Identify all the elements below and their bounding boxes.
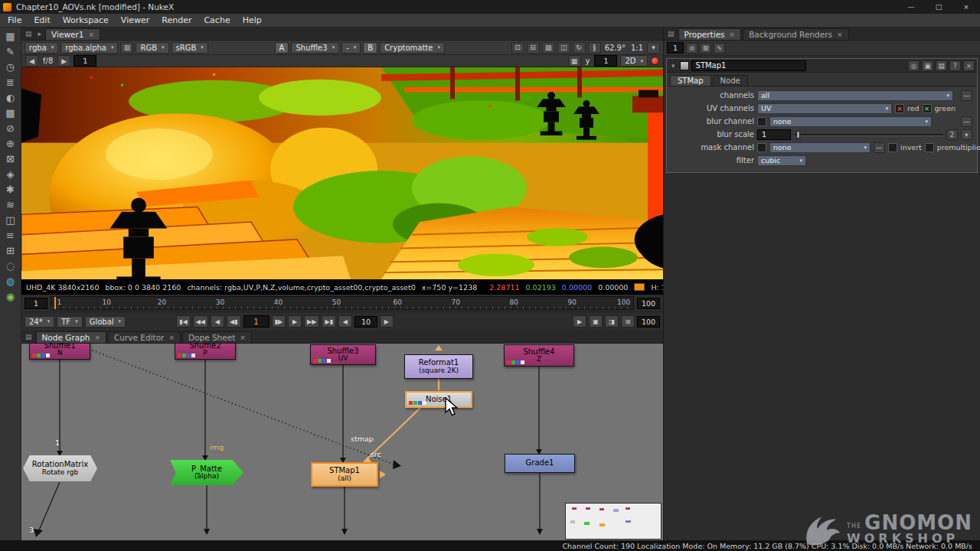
viewer-menu-caret-icon[interactable]: ▾	[647, 42, 660, 54]
animation-menu-button[interactable]: ▾	[961, 129, 972, 140]
gizmo-icon[interactable]: ◉	[1, 289, 21, 304]
alpha-dropdown[interactable]: rgba.alpha▾	[60, 42, 118, 54]
edit-icon[interactable]: ✎	[714, 43, 725, 54]
clear-panels-icon[interactable]: ⊠	[700, 43, 711, 54]
premultiplied-checkbox[interactable]	[925, 143, 934, 152]
gain-field[interactable]: 1	[74, 55, 96, 67]
checker-icon[interactable]: ▨	[542, 42, 555, 54]
node-reformat1[interactable]: Reformat1 (square 2K)	[404, 354, 473, 379]
node-shuffle4[interactable]: Shuffle4 Z	[504, 344, 574, 367]
node-p-matte[interactable]: P_Matte (alpha)	[170, 460, 243, 485]
refresh-icon[interactable]: ↻	[573, 42, 586, 54]
current-frame-field[interactable]: 1	[243, 315, 270, 328]
tab-close-icon[interactable]: ×	[168, 334, 175, 341]
dimensions-button[interactable]: 2	[946, 129, 958, 140]
playhead[interactable]	[54, 297, 56, 309]
color-icon[interactable]: ◐	[1, 90, 21, 105]
blur-channel-checkbox[interactable]	[757, 117, 766, 126]
node-grade1[interactable]: Grade1	[505, 454, 575, 473]
goto-start-button[interactable]: ▮◀	[176, 315, 191, 328]
time-icon[interactable]: ◷	[1, 59, 21, 74]
help-icon[interactable]: ?	[949, 60, 961, 71]
blur-scale-slider[interactable]	[794, 129, 943, 140]
menu-viewer[interactable]: Viewer	[115, 15, 155, 25]
merge-icon[interactable]: ⊕	[1, 135, 21, 151]
input-b-chip[interactable]: B	[363, 42, 377, 54]
channel-icon[interactable]: ≣	[1, 74, 21, 90]
node-noise1[interactable]: Noise1	[405, 391, 472, 408]
green-checkbox[interactable]: ×	[923, 104, 932, 113]
display-channel-dropdown[interactable]: RGB▾	[136, 42, 168, 54]
particles-icon[interactable]: ✱	[1, 181, 21, 197]
tab-curve-editor[interactable]: Curve Editor ×	[108, 331, 181, 343]
draw-icon[interactable]: ✎	[1, 44, 21, 59]
play-forward-button[interactable]: ▶	[288, 315, 302, 328]
step-down-button[interactable]: ◀	[338, 315, 352, 328]
max-panels-field[interactable]: 1	[667, 42, 684, 54]
tab-node[interactable]: Node	[713, 75, 748, 86]
tab-close-icon[interactable]: ×	[837, 31, 843, 38]
mask-link-button[interactable]: —	[874, 142, 885, 153]
manage-panel-icon[interactable]: ▤	[936, 60, 947, 71]
uv-channels-dropdown[interactable]: UV▾	[757, 103, 892, 114]
grid-icon[interactable]: ▦	[568, 55, 581, 67]
menu-edit[interactable]: Edit	[28, 15, 56, 25]
input-a-chip[interactable]: A	[275, 42, 289, 54]
maximize-button[interactable]: □	[925, 0, 952, 14]
pane-menu-icon[interactable]: ▤	[25, 30, 32, 37]
menu-render[interactable]: Render	[155, 15, 198, 25]
pixel-aspect[interactable]: 1:1	[629, 44, 645, 52]
ab-mode-dropdown[interactable]: -▾	[341, 42, 361, 54]
invert-checkbox[interactable]	[888, 143, 897, 152]
channels-view-icon[interactable]: ▥	[120, 42, 133, 54]
step-back-button[interactable]: ◀▮	[227, 315, 241, 328]
node-color-swatch[interactable]	[680, 61, 689, 70]
play-back-fast-button[interactable]: ◀◀	[193, 315, 208, 328]
keyer-icon[interactable]: ⊘	[1, 120, 21, 135]
gain-prev-icon[interactable]: ◀	[25, 55, 38, 67]
colorspace-dropdown[interactable]: sRGB▾	[172, 42, 208, 54]
node-stmap1[interactable]: STMap1 (all)	[311, 462, 378, 487]
tab-dope-sheet[interactable]: Dope Sheet ×	[182, 331, 252, 343]
toolsets-icon[interactable]: ⊞	[1, 243, 21, 258]
tab-node-graph[interactable]: Node Graph ×	[36, 331, 107, 343]
play-fast-button[interactable]: ▶▶	[304, 315, 319, 328]
mask-channel-dropdown[interactable]: none▾	[769, 142, 871, 153]
pause-icon[interactable]: ‖	[588, 42, 601, 54]
image-icon[interactable]: ▦	[1, 28, 21, 44]
slider-handle[interactable]	[796, 131, 800, 139]
float-panel-icon[interactable]: ▣	[922, 60, 933, 71]
input-a-dropdown[interactable]: Shuffle3▾	[291, 42, 339, 54]
tab-background-renders[interactable]: Background Renders ×	[743, 28, 848, 40]
minimize-button[interactable]: —	[897, 0, 925, 14]
range-mode-dropdown[interactable]: Global▾	[85, 316, 126, 328]
proxy-icon[interactable]: ◨	[605, 315, 619, 328]
lock-panels-icon[interactable]: ⊘	[686, 43, 697, 54]
node-shuffle3[interactable]: Shuffle3 UV	[310, 344, 376, 365]
fstop-label[interactable]: f/8	[41, 57, 54, 65]
input-b-dropdown[interactable]: Cryptomatte▾	[380, 42, 445, 54]
deep-icon[interactable]: ≋	[1, 197, 21, 212]
other-icon[interactable]: ◌	[1, 258, 21, 273]
tab-stmap[interactable]: STMap	[670, 75, 711, 86]
step-forward-button[interactable]: ▮▶	[272, 315, 286, 328]
timeline-mode-dropdown[interactable]: TF▾	[57, 316, 82, 328]
tile-view-icon[interactable]: ⊡	[511, 42, 524, 54]
step-up-button[interactable]: ▶	[380, 315, 394, 328]
menu-help[interactable]: Help	[237, 15, 268, 25]
goto-end-button[interactable]: ▶▮	[322, 315, 336, 328]
close-panel-icon[interactable]: ×	[963, 60, 975, 71]
roi-icon[interactable]: ◫	[557, 42, 570, 54]
viewer-image[interactable]	[21, 67, 663, 279]
center-node-icon[interactable]: ◎	[908, 60, 920, 71]
pane-menu-icon[interactable]: ▤	[668, 30, 675, 37]
menu-workspace[interactable]: Workspace	[57, 15, 115, 25]
tab-properties[interactable]: Properties ×	[678, 28, 742, 40]
gain-wheel-icon[interactable]	[651, 57, 659, 65]
3d-icon[interactable]: ◈	[1, 166, 21, 181]
channels-dropdown[interactable]: all▾	[757, 90, 953, 101]
tab-close-icon[interactable]: ×	[88, 31, 94, 38]
layer-dropdown[interactable]: rgba▾	[24, 42, 58, 54]
flipbook-icon[interactable]: ▶	[573, 315, 586, 328]
gamma-field[interactable]: 1	[594, 55, 617, 67]
